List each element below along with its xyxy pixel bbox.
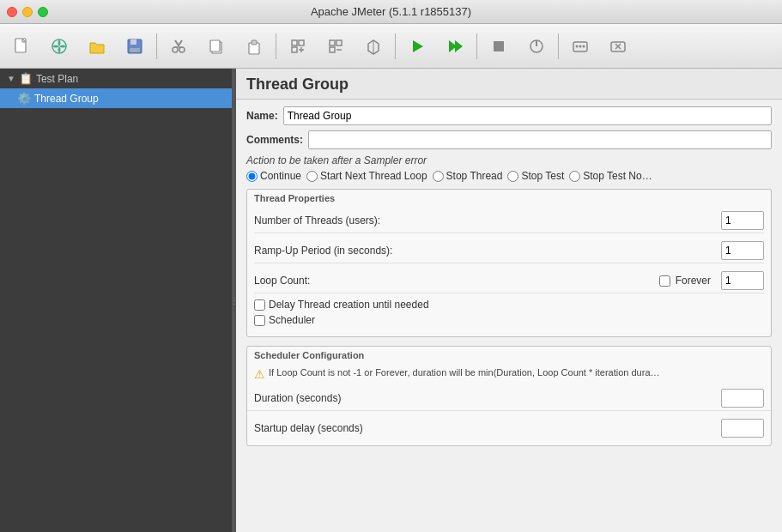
templates-button[interactable]: [41, 29, 77, 63]
radio-stop-thread-label: Stop Thread: [446, 170, 503, 182]
remote-start-button[interactable]: [562, 29, 598, 63]
copy-button[interactable]: [198, 29, 234, 63]
duration-input[interactable]: [721, 389, 764, 408]
toolbar: [0, 24, 782, 69]
name-label: Name:: [246, 110, 278, 122]
sidebar-item-test-plan[interactable]: ▼ 📋 Test Plan: [0, 69, 232, 88]
radio-start-next-input[interactable]: [306, 171, 318, 182]
ramp-up-label: Ramp-Up Period (in seconds):: [254, 245, 721, 257]
paste-button[interactable]: [236, 29, 272, 63]
toolbar-sep-4: [476, 33, 477, 59]
test-plan-icon: 📋: [19, 72, 33, 85]
warning-text: If Loop Count is not -1 or Forever, dura…: [269, 367, 660, 378]
toolbar-sep-2: [276, 33, 276, 59]
expand-button[interactable]: [280, 29, 316, 63]
sidebar: ▼ 📋 Test Plan ⚙️ Thread Group: [0, 69, 232, 532]
startup-delay-input[interactable]: [721, 419, 764, 438]
svg-rect-4: [130, 48, 140, 52]
radio-stop-test[interactable]: Stop Test: [507, 170, 564, 182]
radio-continue-label: Continue: [260, 170, 301, 182]
scheduler-row[interactable]: Scheduler: [254, 314, 764, 326]
scheduler-config-section: Scheduler Configuration ⚠ If Loop Count …: [246, 346, 772, 446]
content-header: Thread Group: [236, 69, 782, 100]
svg-rect-3: [130, 39, 136, 45]
action-error-label: Action to be taken after a Sampler error: [246, 154, 772, 166]
save-button[interactable]: [117, 29, 153, 63]
thread-properties-section: Thread Properties Number of Threads (use…: [246, 189, 772, 337]
svg-rect-9: [210, 40, 220, 51]
open-button[interactable]: [79, 29, 115, 63]
titlebar: Apache JMeter (5.1.1 r1855137): [0, 0, 782, 24]
forever-label: Forever: [676, 275, 711, 287]
svg-point-30: [579, 45, 582, 47]
delay-thread-checkbox[interactable]: [254, 299, 265, 311]
scheduler-label: Scheduler: [269, 314, 315, 326]
close-button[interactable]: [7, 7, 17, 17]
collapse-button[interactable]: [318, 29, 354, 63]
svg-marker-22: [413, 40, 423, 52]
radio-continue-input[interactable]: [246, 171, 258, 182]
svg-rect-19: [330, 47, 335, 52]
thread-properties-title: Thread Properties: [247, 190, 771, 205]
sidebar-item-label: Test Plan: [36, 73, 78, 85]
ramp-up-row: Ramp-Up Period (in seconds):: [254, 239, 764, 263]
forever-checkbox[interactable]: [659, 275, 670, 287]
thread-group-icon: ⚙️: [17, 92, 31, 105]
radio-start-next-thread-loop[interactable]: Start Next Thread Loop: [306, 170, 427, 182]
traffic-lights: [7, 7, 48, 17]
radio-stop-test-input[interactable]: [507, 171, 518, 182]
stop-button[interactable]: [481, 29, 517, 63]
radio-continue[interactable]: Continue: [246, 170, 301, 182]
remote-stop-button[interactable]: [600, 29, 636, 63]
svg-rect-18: [336, 40, 342, 45]
duration-row: Duration (seconds): [247, 386, 771, 411]
svg-point-31: [583, 45, 585, 47]
radio-stop-test-now-input[interactable]: [569, 171, 580, 182]
radio-stop-thread[interactable]: Stop Thread: [433, 170, 503, 182]
delay-thread-label: Delay Thread creation until needed: [269, 299, 429, 311]
shutdown-button[interactable]: [518, 29, 555, 63]
num-threads-row: Number of Threads (users):: [254, 209, 764, 233]
start-no-pause-button[interactable]: [437, 29, 473, 63]
radio-stop-thread-input[interactable]: [433, 171, 444, 182]
num-threads-label: Number of Threads (users):: [254, 215, 721, 227]
form-area: Name: Comments: Action to be taken after…: [236, 100, 782, 462]
startup-delay-row: Startup delay (seconds): [247, 416, 771, 440]
toggle-button[interactable]: [355, 29, 391, 63]
delay-thread-row[interactable]: Delay Thread creation until needed: [254, 299, 764, 311]
svg-rect-17: [330, 40, 335, 45]
start-button[interactable]: [399, 29, 435, 63]
toolbar-sep-1: [156, 33, 157, 59]
scheduler-config-title: Scheduler Configuration: [247, 347, 771, 362]
expand-arrow-icon: ▼: [7, 74, 15, 83]
svg-marker-24: [455, 40, 463, 52]
scheduler-checkbox[interactable]: [254, 315, 265, 326]
toolbar-sep-3: [395, 33, 396, 59]
maximize-button[interactable]: [38, 7, 48, 17]
comments-row: Comments:: [246, 130, 772, 149]
svg-rect-25: [494, 41, 504, 51]
warning-icon: ⚠: [254, 367, 265, 381]
name-row: Name:: [246, 106, 772, 125]
minimize-button[interactable]: [22, 7, 33, 17]
comments-input[interactable]: [308, 130, 772, 149]
new-button[interactable]: [3, 29, 39, 63]
cut-button[interactable]: [161, 29, 197, 63]
name-input[interactable]: [283, 106, 772, 125]
num-threads-input[interactable]: [721, 211, 764, 230]
loop-count-input[interactable]: [721, 271, 764, 290]
thread-properties-content: Number of Threads (users): Ramp-Up Perio…: [247, 205, 771, 336]
warning-box: ⚠ If Loop Count is not -1 or Forever, du…: [247, 362, 771, 386]
loop-count-label: Loop Count:: [254, 275, 654, 287]
ramp-up-input[interactable]: [721, 241, 764, 260]
sidebar-item-thread-group[interactable]: ⚙️ Thread Group: [0, 88, 232, 108]
startup-delay-label: Startup delay (seconds): [254, 422, 721, 434]
svg-rect-14: [292, 47, 297, 52]
main-layout: ▼ 📋 Test Plan ⚙️ Thread Group ⋮ Thread G…: [0, 69, 782, 532]
toolbar-sep-5: [558, 33, 559, 59]
panel-title: Thread Group: [246, 76, 349, 93]
svg-rect-11: [252, 40, 257, 45]
svg-point-29: [576, 45, 579, 47]
radio-stop-test-now[interactable]: Stop Test No…: [569, 170, 652, 182]
svg-rect-13: [299, 40, 304, 45]
